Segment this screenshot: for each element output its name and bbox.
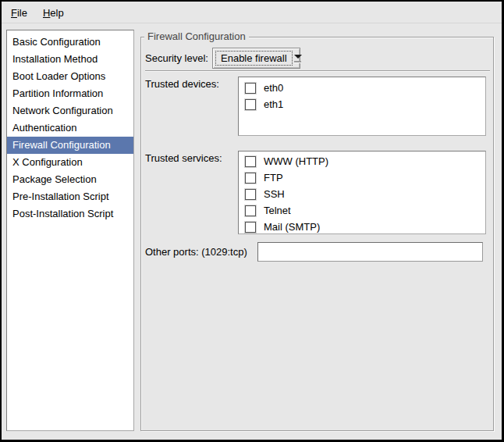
menu-help-label: Help [43, 7, 64, 19]
service-row-ssh[interactable]: SSH [239, 186, 485, 202]
sidebar-item-firewall-configuration[interactable]: Firewall Configuration [7, 137, 133, 154]
sidebar-item-boot-loader-options[interactable]: Boot Loader Options [7, 68, 133, 85]
checkbox-ssh[interactable] [245, 189, 256, 200]
device-label: eth1 [264, 98, 283, 110]
device-row-eth0[interactable]: eth0 [239, 80, 485, 96]
menu-help[interactable]: Help [35, 2, 72, 23]
firewall-configuration-frame: Firewall Configuration Security level: E… [140, 37, 494, 431]
device-label: eth0 [264, 82, 283, 94]
service-row-ftp[interactable]: FTP [239, 169, 485, 186]
checkbox-eth0[interactable] [245, 83, 256, 94]
horizontal-separator [145, 70, 490, 72]
trusted-devices-list: eth0 eth1 [238, 77, 486, 136]
checkbox-telnet[interactable] [245, 205, 256, 216]
application-window: { "menu": { "items": [ { "mnemonic": "F"… [0, 0, 504, 442]
service-label: FTP [264, 172, 283, 184]
security-level-value: Enable firewall [215, 51, 293, 66]
chevron-down-icon [294, 50, 302, 66]
checkbox-eth1[interactable] [245, 99, 256, 110]
category-list: Basic Configuration Installation Method … [6, 30, 134, 431]
security-level-label: Security level: [145, 48, 208, 69]
sidebar-item-partition-information[interactable]: Partition Information [7, 85, 133, 102]
service-label: Telnet [264, 205, 291, 216]
checkbox-ftp[interactable] [245, 173, 256, 184]
checkbox-www-http[interactable] [245, 156, 256, 167]
other-ports-input[interactable] [257, 242, 483, 262]
service-label: SSH [264, 188, 285, 200]
sidebar-item-installation-method[interactable]: Installation Method [7, 51, 133, 68]
sidebar-item-package-selection[interactable]: Package Selection [7, 171, 133, 188]
sidebar-item-basic-configuration[interactable]: Basic Configuration [7, 34, 133, 51]
sidebar-item-network-configuration[interactable]: Network Configuration [7, 102, 133, 119]
sidebar-item-pre-installation-script[interactable]: Pre-Installation Script [7, 188, 133, 205]
menu-file-label: File [11, 7, 27, 19]
service-row-www-http[interactable]: WWW (HTTP) [239, 153, 485, 169]
menu-bar: File Help [2, 2, 502, 23]
other-ports-label: Other ports: (1029:tcp) [145, 242, 247, 262]
service-row-mail-smtp[interactable]: Mail (SMTP) [239, 219, 485, 234]
trusted-services-label: Trusted services: [145, 152, 222, 164]
sidebar-item-authentication[interactable]: Authentication [7, 119, 133, 137]
frame-title: Firewall Configuration [144, 30, 249, 43]
trusted-services-list: WWW (HTTP) FTP SSH Telnet Mail (SMTP) [238, 151, 486, 234]
security-level-dropdown[interactable]: Enable firewall [212, 48, 300, 69]
service-label: Mail (SMTP) [264, 221, 320, 233]
sidebar-item-x-configuration[interactable]: X Configuration [7, 154, 133, 171]
service-label: WWW (HTTP) [264, 155, 328, 167]
checkbox-mail-smtp[interactable] [245, 222, 256, 233]
menu-file[interactable]: File [3, 2, 35, 23]
sidebar-item-post-installation-script[interactable]: Post-Installation Script [7, 205, 133, 223]
service-row-telnet[interactable]: Telnet [239, 202, 485, 219]
device-row-eth1[interactable]: eth1 [239, 96, 485, 112]
trusted-devices-label: Trusted devices: [145, 78, 219, 90]
